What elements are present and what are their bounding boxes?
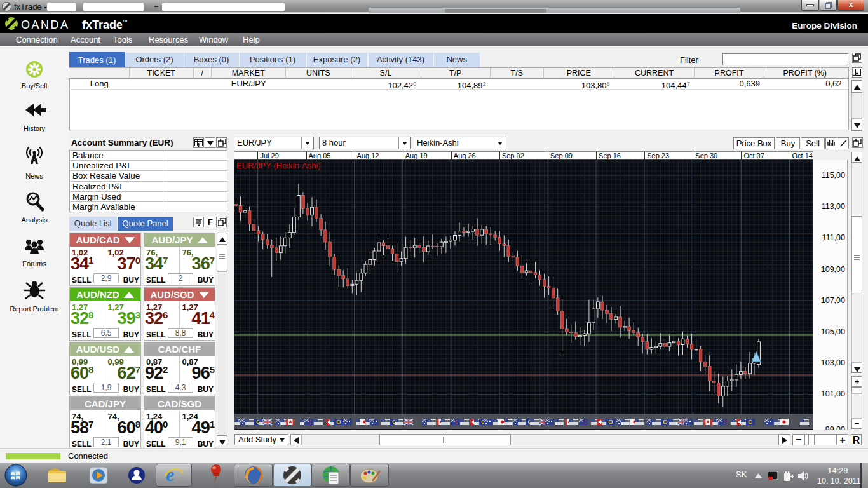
svg-text:EUR/JPY (Heikin-Ashi): EUR/JPY (Heikin-Ashi) [236,161,321,170]
svg-text:e: e [166,465,174,485]
